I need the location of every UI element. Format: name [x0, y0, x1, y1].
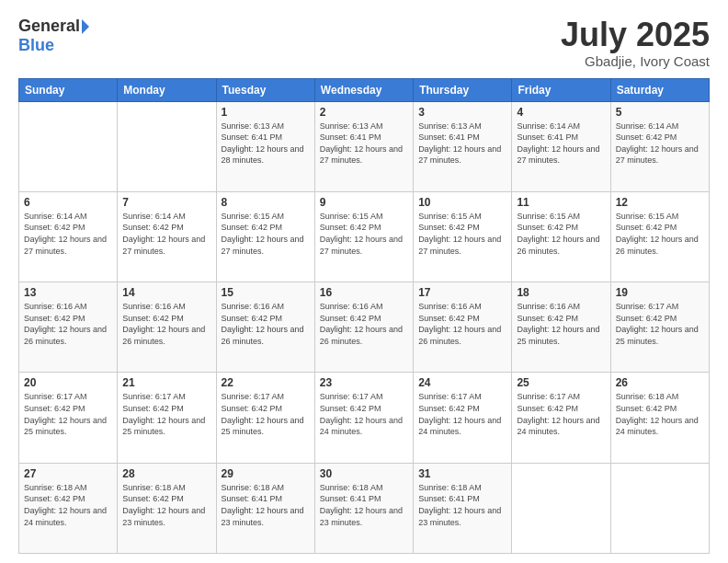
location-title: Gbadjie, Ivory Coast [561, 53, 710, 69]
calendar-day-cell: 12 Sunrise: 6:15 AM Sunset: 6:42 PM Dayl… [610, 191, 709, 282]
day-number: 7 [122, 196, 210, 209]
day-daylight: Daylight: 12 hours and 27 minutes. [418, 235, 501, 256]
day-daylight: Daylight: 12 hours and 23 minutes. [418, 506, 501, 527]
day-sunrise: Sunrise: 6:14 AM [24, 212, 87, 221]
day-number: 17 [418, 286, 506, 299]
day-number: 20 [24, 376, 112, 389]
day-sunrise: Sunrise: 6:18 AM [24, 483, 87, 492]
calendar-day-cell: 23 Sunrise: 6:17 AM Sunset: 6:42 PM Dayl… [314, 373, 413, 463]
weekday-header-cell: Sunday [19, 78, 118, 101]
calendar-day-cell: 10 Sunrise: 6:15 AM Sunset: 6:42 PM Dayl… [414, 191, 512, 282]
calendar-day-cell: 24 Sunrise: 6:17 AM Sunset: 6:42 PM Dayl… [414, 373, 512, 463]
day-daylight: Daylight: 12 hours and 24 minutes. [24, 506, 107, 527]
day-sunset: Sunset: 6:42 PM [320, 314, 381, 323]
day-sunrise: Sunrise: 6:14 AM [517, 121, 580, 131]
calendar-day-cell [512, 463, 610, 553]
calendar-day-cell: 5 Sunrise: 6:14 AM Sunset: 6:42 PM Dayli… [610, 101, 709, 191]
day-sunset: Sunset: 6:42 PM [222, 223, 283, 232]
weekday-header-cell: Thursday [414, 78, 512, 101]
weekday-header-cell: Friday [512, 78, 610, 101]
weekday-header-cell: Saturday [610, 78, 709, 101]
weekday-header-cell: Monday [118, 78, 216, 101]
calendar-day-cell: 29 Sunrise: 6:18 AM Sunset: 6:41 PM Dayl… [216, 463, 314, 553]
day-number: 5 [616, 106, 704, 119]
day-daylight: Daylight: 12 hours and 26 minutes. [320, 325, 403, 346]
calendar-day-cell: 2 Sunrise: 6:13 AM Sunset: 6:41 PM Dayli… [314, 101, 413, 191]
day-sunrise: Sunrise: 6:17 AM [616, 302, 679, 311]
day-daylight: Daylight: 12 hours and 24 minutes. [320, 416, 403, 437]
day-sunrise: Sunrise: 6:14 AM [122, 212, 186, 221]
day-number: 6 [24, 196, 112, 209]
day-sunrise: Sunrise: 6:18 AM [616, 392, 679, 401]
day-sunset: Sunset: 6:42 PM [122, 404, 184, 413]
day-sunrise: Sunrise: 6:13 AM [222, 121, 285, 131]
day-number: 28 [122, 467, 210, 480]
header: General Blue July 2025 Gbadjie, Ivory Co… [18, 17, 710, 69]
calendar-day-cell: 25 Sunrise: 6:17 AM Sunset: 6:42 PM Dayl… [512, 373, 610, 463]
day-number: 15 [222, 286, 310, 299]
calendar-day-cell: 1 Sunrise: 6:13 AM Sunset: 6:41 PM Dayli… [216, 101, 314, 191]
month-title: July 2025 [561, 17, 710, 53]
calendar-day-cell: 11 Sunrise: 6:15 AM Sunset: 6:42 PM Dayl… [512, 191, 610, 282]
calendar-day-cell: 9 Sunrise: 6:15 AM Sunset: 6:42 PM Dayli… [314, 191, 413, 282]
day-sunrise: Sunrise: 6:16 AM [418, 302, 482, 311]
calendar-day-cell: 16 Sunrise: 6:16 AM Sunset: 6:42 PM Dayl… [314, 282, 413, 373]
title-block: July 2025 Gbadjie, Ivory Coast [561, 17, 710, 69]
day-sunset: Sunset: 6:41 PM [222, 132, 283, 142]
day-sunset: Sunset: 6:42 PM [418, 404, 480, 413]
day-sunrise: Sunrise: 6:13 AM [320, 121, 383, 131]
calendar-day-cell [19, 101, 118, 191]
day-daylight: Daylight: 12 hours and 26 minutes. [222, 325, 304, 346]
day-daylight: Daylight: 12 hours and 28 minutes. [222, 144, 304, 166]
day-sunrise: Sunrise: 6:16 AM [122, 302, 186, 311]
day-sunrise: Sunrise: 6:17 AM [24, 392, 87, 401]
day-number: 12 [616, 196, 704, 209]
day-sunrise: Sunrise: 6:17 AM [122, 392, 186, 401]
day-sunrise: Sunrise: 6:17 AM [517, 392, 580, 401]
calendar-day-cell: 18 Sunrise: 6:16 AM Sunset: 6:42 PM Dayl… [512, 282, 610, 373]
day-number: 29 [222, 467, 310, 480]
calendar-day-cell: 3 Sunrise: 6:13 AM Sunset: 6:41 PM Dayli… [414, 101, 512, 191]
day-sunrise: Sunrise: 6:16 AM [24, 302, 87, 311]
day-sunset: Sunset: 6:41 PM [320, 494, 381, 503]
calendar-day-cell: 6 Sunrise: 6:14 AM Sunset: 6:42 PM Dayli… [19, 191, 118, 282]
day-sunrise: Sunrise: 6:14 AM [616, 121, 679, 131]
day-sunset: Sunset: 6:42 PM [616, 132, 677, 142]
day-number: 11 [517, 196, 605, 209]
day-sunset: Sunset: 6:42 PM [616, 314, 677, 323]
calendar-week-row: 1 Sunrise: 6:13 AM Sunset: 6:41 PM Dayli… [19, 101, 710, 191]
day-daylight: Daylight: 12 hours and 24 minutes. [616, 416, 699, 437]
calendar-day-cell: 28 Sunrise: 6:18 AM Sunset: 6:42 PM Dayl… [118, 463, 216, 553]
day-number: 23 [320, 376, 408, 389]
day-sunrise: Sunrise: 6:18 AM [418, 483, 482, 492]
calendar-day-cell: 21 Sunrise: 6:17 AM Sunset: 6:42 PM Dayl… [118, 373, 216, 463]
day-daylight: Daylight: 12 hours and 25 minutes. [222, 416, 304, 437]
day-daylight: Daylight: 12 hours and 27 minutes. [320, 235, 403, 256]
day-daylight: Daylight: 12 hours and 26 minutes. [24, 325, 107, 346]
calendar-day-cell: 26 Sunrise: 6:18 AM Sunset: 6:42 PM Dayl… [610, 373, 709, 463]
day-daylight: Daylight: 12 hours and 26 minutes. [418, 325, 501, 346]
calendar-day-cell: 15 Sunrise: 6:16 AM Sunset: 6:42 PM Dayl… [216, 282, 314, 373]
day-daylight: Daylight: 12 hours and 24 minutes. [418, 416, 501, 437]
calendar-table: SundayMondayTuesdayWednesdayThursdayFrid… [18, 78, 710, 554]
weekday-header-cell: Tuesday [216, 78, 314, 101]
day-daylight: Daylight: 12 hours and 27 minutes. [222, 235, 304, 256]
day-sunrise: Sunrise: 6:17 AM [222, 392, 285, 401]
calendar-day-cell: 13 Sunrise: 6:16 AM Sunset: 6:42 PM Dayl… [19, 282, 118, 373]
day-sunset: Sunset: 6:41 PM [517, 132, 578, 142]
calendar-day-cell: 14 Sunrise: 6:16 AM Sunset: 6:42 PM Dayl… [118, 282, 216, 373]
day-number: 18 [517, 286, 605, 299]
day-number: 1 [222, 106, 310, 119]
day-number: 25 [517, 376, 605, 389]
calendar-day-cell: 30 Sunrise: 6:18 AM Sunset: 6:41 PM Dayl… [314, 463, 413, 553]
calendar-day-cell: 31 Sunrise: 6:18 AM Sunset: 6:41 PM Dayl… [414, 463, 512, 553]
calendar-day-cell: 7 Sunrise: 6:14 AM Sunset: 6:42 PM Dayli… [118, 191, 216, 282]
day-sunrise: Sunrise: 6:16 AM [222, 302, 285, 311]
day-sunrise: Sunrise: 6:15 AM [517, 212, 580, 221]
day-number: 14 [122, 286, 210, 299]
calendar-day-cell: 8 Sunrise: 6:15 AM Sunset: 6:42 PM Dayli… [216, 191, 314, 282]
day-daylight: Daylight: 12 hours and 26 minutes. [122, 325, 205, 346]
day-sunset: Sunset: 6:41 PM [418, 494, 480, 503]
day-sunset: Sunset: 6:42 PM [616, 404, 677, 413]
calendar-week-row: 27 Sunrise: 6:18 AM Sunset: 6:42 PM Dayl… [19, 463, 710, 553]
